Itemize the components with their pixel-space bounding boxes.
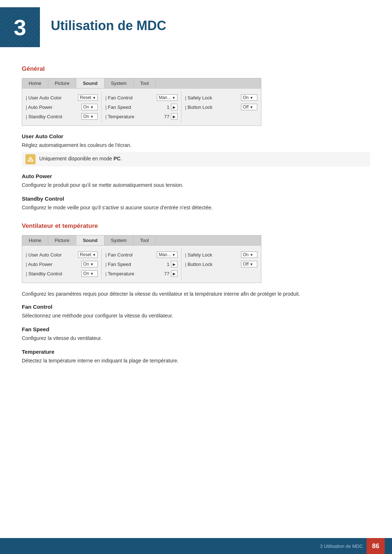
v-standby-control-dropdown[interactable]: On▼ — [81, 270, 98, 277]
fan-speed-label: Fan Speed — [105, 104, 167, 110]
v-tab-system[interactable]: System — [105, 235, 134, 245]
tab-home[interactable]: Home — [22, 78, 48, 88]
auto-power-heading: Auto Power — [22, 173, 370, 179]
button-lock-row: Button Lock Off▼ — [184, 102, 258, 112]
v-tab-picture[interactable]: Picture — [48, 235, 76, 245]
user-auto-color-dropdown[interactable]: Reset▼ — [78, 94, 98, 101]
general-panel: Home Picture Sound System Tool User Auto… — [22, 78, 261, 126]
safety-lock-dropdown[interactable]: On▼ — [241, 94, 257, 101]
general-col1: User Auto Color Reset▼ Auto Power On▼ St… — [22, 91, 102, 123]
v-user-auto-color-label: User Auto Color — [26, 252, 78, 258]
v-temperature-label: Temperature — [105, 271, 164, 276]
auto-power-desc: Configurez le produit pour qu'il se mett… — [22, 181, 370, 189]
chapter-title: Utilisation de MDC — [40, 7, 166, 33]
note-text: Uniquement disponible en mode PC. — [39, 154, 122, 161]
temperature-arrow[interactable]: ▶ — [171, 113, 177, 120]
ventilateur-panel-body: User Auto Color Reset▼ Auto Power On▼ St… — [22, 246, 261, 283]
standby-control-row: Standby Control On▼ — [25, 112, 98, 121]
v-fan-control-label: Fan Control — [105, 252, 157, 258]
fan-control-desc: Sélectionnez une méthode pour configurer… — [22, 312, 370, 320]
v-button-lock-dropdown[interactable]: Off▼ — [241, 261, 257, 267]
temperature-heading: Temperature — [22, 349, 370, 355]
ventilateur-tabs: Home Picture Sound System Tool — [22, 235, 261, 246]
button-lock-dropdown[interactable]: Off▼ — [241, 104, 257, 110]
v-safety-lock-label: Safety Lock — [185, 252, 241, 258]
v-tab-tool[interactable]: Tool — [134, 235, 156, 245]
temperature-label: Temperature — [105, 114, 164, 119]
user-auto-color-label: User Auto Color — [26, 95, 78, 100]
tab-tool[interactable]: Tool — [134, 78, 156, 88]
ventilateur-heading: Ventilateur et température — [22, 222, 370, 230]
general-col3: Safety Lock On▼ Button Lock Off▼ — [181, 91, 261, 123]
v-fan-speed-row: Fan Speed 1 ▶ — [105, 259, 178, 269]
auto-power-dropdown[interactable]: On▼ — [81, 104, 98, 110]
v-col3: Safety Lock On▼ Button Lock Off▼ — [181, 249, 261, 280]
auto-power-label: Auto Power — [26, 104, 81, 110]
standby-control-label: Standby Control — [26, 114, 81, 119]
footer-page-number: 86 — [367, 538, 385, 554]
fan-speed-arrow[interactable]: ▶ — [171, 104, 177, 110]
fan-control-label: Fan Control — [105, 95, 157, 100]
footer-text: 3 Utilisation de MDC — [320, 543, 363, 549]
v-col1: User Auto Color Reset▼ Auto Power On▼ St… — [22, 249, 102, 280]
chapter-box: 3 — [0, 7, 40, 47]
general-tabs: Home Picture Sound System Tool — [22, 78, 261, 89]
general-heading: Général — [22, 65, 370, 73]
tab-sound[interactable]: Sound — [76, 78, 104, 88]
page-footer: 3 Utilisation de MDC 86 — [0, 538, 392, 554]
fan-control-heading: Fan Control — [22, 304, 370, 310]
v-user-auto-color-row: User Auto Color Reset▼ — [25, 250, 98, 259]
v-button-lock-label: Button Lock — [185, 262, 241, 267]
v-safety-lock-dropdown[interactable]: On▼ — [241, 251, 257, 258]
v-fan-control-row: Fan Control Man...▼ — [105, 250, 178, 259]
v-standby-control-label: Standby Control — [26, 271, 81, 276]
auto-power-row: Auto Power On▼ — [25, 102, 98, 112]
user-auto-color-desc: Réglez automatiquement les couleurs de l… — [22, 141, 370, 149]
chapter-number: 3 — [14, 15, 26, 40]
fan-control-dropdown[interactable]: Man...▼ — [157, 94, 177, 101]
svg-point-1 — [30, 160, 31, 161]
v-fan-control-dropdown[interactable]: Man...▼ — [157, 251, 177, 258]
v-auto-power-row: Auto Power On▼ — [25, 259, 98, 269]
v-auto-power-dropdown[interactable]: On▼ — [81, 261, 98, 267]
standby-control-dropdown[interactable]: On▼ — [81, 113, 98, 120]
general-panel-body: User Auto Color Reset▼ Auto Power On▼ St… — [22, 89, 261, 126]
v-col2: Fan Control Man...▼ Fan Speed 1 ▶ Temper… — [102, 249, 181, 280]
tab-system[interactable]: System — [105, 78, 134, 88]
user-auto-color-heading: User Auto Color — [22, 133, 370, 139]
fan-speed-heading: Fan Speed — [22, 326, 370, 332]
tab-picture[interactable]: Picture — [48, 78, 76, 88]
v-auto-power-label: Auto Power — [26, 262, 81, 267]
safety-lock-label: Safety Lock — [185, 95, 241, 100]
ventilateur-intro: Configurez les paramètres requis pour dé… — [22, 290, 370, 298]
note-icon — [25, 154, 36, 164]
standby-control-heading: Standby Control — [22, 196, 370, 202]
user-auto-color-row: User Auto Color Reset▼ — [25, 93, 98, 102]
page-header: 3 Utilisation de MDC — [0, 0, 392, 54]
v-temperature-row: Temperature 77 ▶ — [105, 269, 178, 278]
general-col2: Fan Control Man...▼ Fan Speed 1 ▶ Temper… — [102, 91, 181, 123]
fan-control-row: Fan Control Man...▼ — [105, 93, 178, 102]
main-content: Général Home Picture Sound System Tool U… — [0, 65, 392, 389]
fan-speed-row: Fan Speed 1 ▶ — [105, 102, 178, 112]
v-tab-sound[interactable]: Sound — [76, 235, 104, 245]
note-box: Uniquement disponible en mode PC. — [22, 152, 370, 167]
v-fan-speed-label: Fan Speed — [105, 262, 167, 267]
v-fan-speed-arrow[interactable]: ▶ — [171, 261, 177, 267]
v-tab-home[interactable]: Home — [22, 235, 48, 245]
v-standby-control-row: Standby Control On▼ — [25, 269, 98, 278]
v-button-lock-row: Button Lock Off▼ — [184, 259, 258, 269]
standby-control-desc: Configurez le mode veille pour qu'il s'a… — [22, 204, 370, 212]
fan-speed-desc: Configurez la vitesse du ventilateur. — [22, 335, 370, 342]
v-safety-lock-row: Safety Lock On▼ — [184, 250, 258, 259]
button-lock-label: Button Lock — [185, 104, 241, 110]
ventilateur-panel: Home Picture Sound System Tool User Auto… — [22, 235, 261, 283]
v-user-auto-color-dropdown[interactable]: Reset▼ — [78, 251, 98, 258]
temperature-desc: Détectez la température interne en indiq… — [22, 357, 370, 365]
v-temperature-arrow[interactable]: ▶ — [171, 270, 177, 277]
temperature-row: Temperature 77 ▶ — [105, 112, 178, 121]
safety-lock-row: Safety Lock On▼ — [184, 93, 258, 102]
